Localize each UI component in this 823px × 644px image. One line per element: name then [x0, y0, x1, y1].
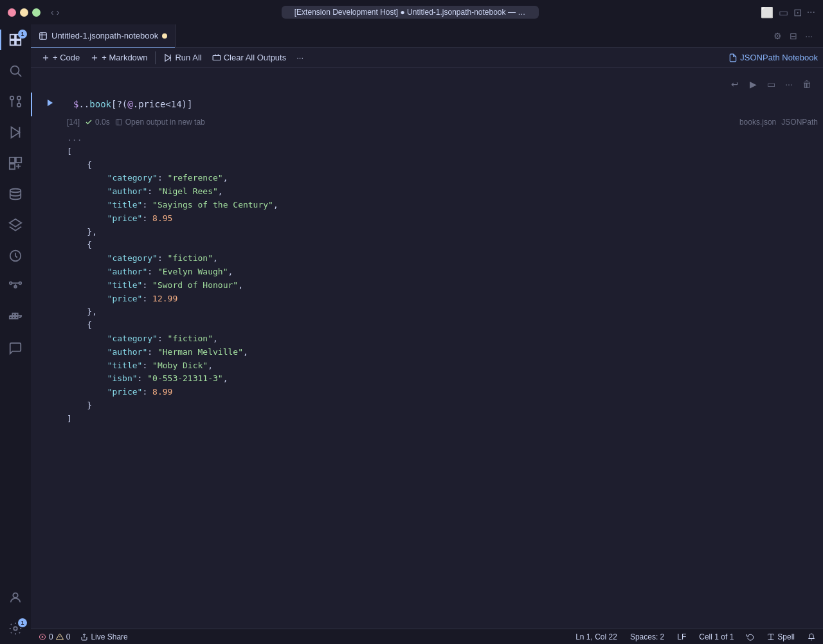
output-line: "category": "fiction", [67, 252, 818, 265]
svg-marker-15 [10, 219, 21, 227]
open-output-link[interactable]: Open output in new tab [115, 118, 205, 127]
svg-marker-39 [48, 100, 53, 107]
sidebar-item-explorer[interactable]: 1 [0, 24, 31, 55]
output-line: "price": 8.99 [67, 386, 818, 399]
output-line: "title": "Sayings of the Century", [67, 199, 818, 212]
settings-gear-icon[interactable]: ⚙ [771, 28, 784, 44]
toggle-panel-icon[interactable]: ▭ [779, 6, 788, 19]
tab-modified-dot [162, 33, 167, 39]
main-layout: 1 [0, 24, 823, 644]
cell-body: $..book[?(@.price<14)] [68, 93, 823, 116]
svg-rect-21 [12, 316, 15, 319]
sidebar-item-search[interactable] [0, 55, 31, 86]
status-spell[interactable]: Spell [764, 632, 797, 641]
clear-all-outputs-button[interactable]: Clear All Outputs [207, 50, 292, 65]
tab-filename: Untitled-1.jsonpath-notebook [51, 31, 158, 40]
status-spaces[interactable]: Spaces: 2 [628, 632, 667, 641]
run-all-button[interactable]: Run All [158, 50, 206, 65]
more-icon[interactable]: ··· [807, 6, 815, 19]
cell-input[interactable]: $..book[?(@.price<14)] [73, 95, 818, 114]
add-markdown-button[interactable]: + Markdown [85, 50, 152, 65]
maximize-button[interactable] [32, 8, 41, 17]
tab-right-actions: ⚙ ⊟ ··· [771, 28, 823, 44]
sidebar-item-layers[interactable] [0, 210, 31, 240]
cell-meta-row: [14] 0.0s Open output in new tab books.j… [31, 116, 823, 129]
status-cell-info[interactable]: Cell 1 of 1 [696, 632, 736, 641]
activity-bar: 1 [0, 24, 31, 644]
output-line: }, [67, 226, 818, 239]
sidebar-item-history[interactable] [0, 240, 31, 271]
close-button[interactable] [8, 8, 16, 17]
output-line: { [67, 319, 818, 332]
output-line: }, [67, 305, 818, 319]
sidebar-item-git[interactable] [0, 271, 31, 302]
status-notifications[interactable] [805, 633, 818, 641]
cell-container: $..book[?(@.price<14)] [31, 93, 823, 116]
forward-arrow[interactable]: › [57, 7, 60, 17]
svg-rect-2 [10, 40, 15, 45]
minimize-button[interactable] [20, 8, 28, 17]
back-arrow[interactable]: ‹ [51, 7, 54, 17]
add-code-button[interactable]: + Code [36, 50, 85, 65]
output-line: "author": "Nigel Rees", [67, 185, 818, 199]
cell-run-button[interactable] [42, 95, 58, 111]
status-live-share[interactable]: Live Share [78, 632, 130, 641]
notebook-tab[interactable]: Untitled-1.jsonpath-notebook [31, 24, 176, 48]
output-line: "price": 12.99 [67, 292, 818, 306]
toggle-output-icon[interactable]: ▭ [763, 76, 779, 93]
output-line: "category": "fiction", [67, 332, 818, 346]
tab-more-icon[interactable]: ··· [802, 28, 815, 44]
restart-kernel-icon[interactable]: ↩ [727, 76, 743, 93]
layout-icon[interactable]: ⊡ [793, 6, 802, 19]
output-line: [ [67, 145, 818, 159]
notebook-extension-label: JSONPath Notebook [728, 53, 818, 62]
status-bar: 0 0 Live Share [31, 629, 823, 644]
toolbar-separator [155, 51, 156, 64]
split-editor-icon[interactable]: ⬜ [761, 6, 773, 19]
svg-point-7 [17, 103, 21, 107]
sidebar-item-source-control[interactable] [0, 86, 31, 117]
sidebar-item-database[interactable] [0, 179, 31, 210]
status-errors[interactable]: 0 0 [36, 632, 73, 641]
traffic-lights [8, 8, 41, 17]
settings-badge: 1 [18, 618, 27, 627]
svg-rect-36 [213, 55, 221, 60]
sidebar-item-settings[interactable]: 1 [0, 613, 31, 644]
delete-cell-icon[interactable]: 🗑 [799, 76, 815, 93]
run-cell-icon[interactable]: ▶ [745, 76, 761, 93]
sidebar-item-run[interactable] [0, 117, 31, 148]
svg-rect-40 [116, 120, 122, 125]
svg-point-25 [13, 593, 17, 598]
svg-rect-12 [16, 157, 21, 163]
address-bar[interactable]: [Extension Development Host] ● Untitled-… [282, 6, 539, 19]
svg-point-19 [19, 282, 22, 285]
source-file-label: books.json [739, 118, 776, 127]
status-position[interactable]: Ln 1, Col 22 [573, 632, 620, 641]
status-left: 0 0 Live Share [36, 632, 131, 641]
split-pane-icon[interactable]: ⊟ [787, 28, 800, 44]
output-line: ] [67, 413, 818, 426]
more-actions-button[interactable]: ··· [291, 50, 309, 65]
cell-number: [14] [67, 118, 80, 127]
editor-area: Untitled-1.jsonpath-notebook ⚙ ⊟ ··· + C… [31, 24, 823, 644]
cell-right-info: books.json JSONPath [739, 118, 818, 127]
output-line: "price": 8.95 [67, 212, 818, 226]
output-line: { [67, 159, 818, 172]
sidebar-item-docker[interactable] [0, 302, 31, 333]
svg-marker-34 [165, 54, 170, 61]
svg-line-5 [18, 73, 21, 76]
sidebar-item-account[interactable] [0, 582, 31, 613]
output-line: { [67, 238, 818, 252]
svg-point-6 [10, 96, 14, 100]
cell-more-icon[interactable]: ··· [781, 76, 797, 93]
status-right: Ln 1, Col 22 Spaces: 2 LF Cell 1 of 1 [573, 632, 818, 641]
output-line: } [67, 399, 818, 413]
status-encoding[interactable]: LF [674, 632, 689, 641]
sidebar-item-chat[interactable] [0, 333, 31, 364]
notebook-content[interactable]: ↩ ▶ ▭ ··· 🗑 [31, 68, 823, 629]
language-label: JSONPath [781, 118, 818, 127]
output-line: ... [67, 132, 818, 145]
output-line: "category": "reference", [67, 172, 818, 185]
status-undo[interactable] [744, 633, 757, 641]
sidebar-item-extensions[interactable] [0, 148, 31, 179]
